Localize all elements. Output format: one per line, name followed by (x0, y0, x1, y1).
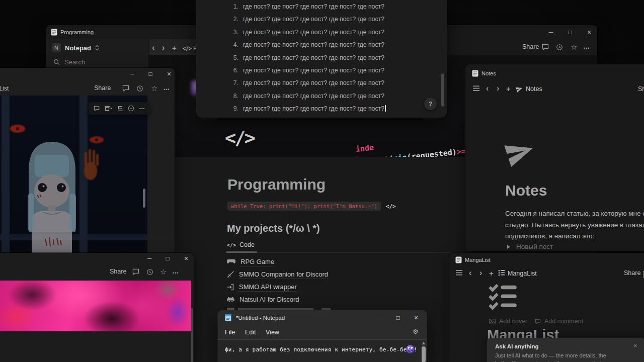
pink-glitch-image[interactable] (0, 281, 191, 331)
settings-gear-icon[interactable]: ⚙ (413, 328, 419, 335)
maximize-button[interactable]: □ (160, 251, 175, 265)
comments-icon[interactable] (122, 85, 129, 92)
toggle-arrow-icon[interactable] (507, 245, 510, 249)
new-tab-button[interactable]: + (506, 84, 511, 93)
history-clock-icon[interactable] (146, 268, 153, 276)
scrollbar-thumb[interactable] (422, 346, 426, 362)
new-tab-button[interactable]: + (489, 269, 494, 278)
close-icon[interactable]: × (633, 342, 637, 349)
close-button[interactable]: × (582, 25, 597, 39)
page-icon-paper-plane[interactable] (504, 137, 536, 167)
gamepad-icon (227, 259, 235, 265)
inline-code-text: while True: print("Hi!"); print("I’m Nat… (227, 202, 381, 211)
window-title: MangaList (465, 257, 491, 263)
comment-icon[interactable] (94, 106, 100, 111)
notion-doc-icon (51, 29, 57, 36)
project-link-rpg-game[interactable]: RPG Game (227, 256, 274, 267)
comments-icon[interactable] (542, 44, 549, 50)
cover-code-else: else: (333, 153, 360, 157)
minimize-button[interactable]: ─ (142, 251, 157, 265)
list-item[interactable]: 1.где пост? где пост? где пост? где пост… (196, 1, 447, 13)
scrollbar-thumb[interactable] (441, 73, 444, 107)
caption-icon[interactable] (104, 106, 112, 111)
share-button[interactable]: Share (522, 43, 539, 50)
code-tab-underline (226, 251, 257, 253)
close-button[interactable]: × (179, 251, 194, 265)
project-link-smmo-companion[interactable]: SMMO Companion for Discord (227, 269, 328, 280)
project-link-smmo-api[interactable]: SMMO API wrapper (227, 282, 297, 293)
maximize-button[interactable]: □ (390, 311, 406, 324)
notepad-scrollbar[interactable] (421, 340, 427, 362)
favorite-star-icon[interactable]: ☆ (151, 84, 157, 92)
list-item[interactable]: 5.где пост? где пост? где пост? где пост… (196, 52, 447, 64)
scroll-up-arrow-icon[interactable] (422, 342, 425, 344)
image-block-toolbar: ••• (89, 102, 150, 115)
back-button[interactable]: ‹ (486, 84, 489, 93)
list-item[interactable]: 9.где пост? где пост? где пост? где пост… (196, 103, 447, 115)
add-cover-label: Add cover (499, 318, 527, 325)
notion-window-numbered-list: 1.где пост? где пост? где пост? где пост… (196, 0, 447, 118)
tab-notes[interactable]: Notes (526, 85, 542, 93)
menu-edit[interactable]: Edit (245, 329, 256, 336)
more-options-button[interactable]: ••• (584, 46, 590, 51)
minimize-button[interactable]: ─ (373, 311, 388, 324)
toggle-item[interactable]: Новый пост (507, 243, 553, 250)
tab-mangalist[interactable]: MangaList (508, 270, 537, 277)
full-width-icon[interactable] (117, 106, 123, 111)
forward-button[interactable]: › (162, 43, 165, 52)
help-button[interactable]: ? (424, 98, 437, 110)
ai-popup-line2: better. You can also start from an examp… (495, 360, 604, 362)
page-icon-code[interactable]: </> (225, 127, 254, 149)
workspace-switcher[interactable]: N Notepad (52, 43, 99, 52)
scrollbar-thumb[interactable] (143, 189, 145, 208)
project-link-natsui-ai[interactable]: Natsui AI for Discord (227, 294, 299, 305)
favorite-star-icon[interactable]: ☆ (571, 43, 577, 51)
menu-file[interactable]: File (225, 329, 235, 336)
notepad-editor[interactable]: фи, а я работаю без подключения к интерн… (218, 339, 427, 362)
notion-doc-icon (472, 70, 478, 77)
list-item[interactable]: 8.где пост? где пост? где пост? где пост… (196, 90, 447, 103)
share-button-partial[interactable]: Sh (638, 85, 644, 93)
more-options-button[interactable]: ••• (173, 270, 179, 276)
page-icon-checklist[interactable] (489, 283, 518, 310)
list-item[interactable]: 7.где пост? где пост? где пост? где пост… (196, 77, 447, 89)
forward-button[interactable]: › (479, 268, 482, 278)
favorite-star-icon[interactable]: ☆ (160, 268, 167, 276)
note-paragraph[interactable]: Сегодня я написал статью, за которую мне… (505, 208, 644, 242)
comments-icon[interactable] (132, 268, 139, 275)
scrollbar-thumb[interactable] (191, 308, 193, 362)
hamburger-menu-icon[interactable] (472, 85, 480, 92)
sidebar-item-search[interactable]: Search (53, 58, 85, 66)
hamburger-menu-icon[interactable] (455, 269, 463, 276)
close-button[interactable]: × (162, 67, 177, 80)
code-tab[interactable]: </> Code (227, 241, 255, 248)
forward-button[interactable]: › (497, 84, 499, 93)
close-button[interactable]: × (409, 311, 424, 324)
breadcrumb[interactable]: MangaList (0, 85, 9, 92)
maximize-button[interactable]: □ (143, 67, 158, 80)
back-button[interactable]: ‹ (469, 268, 471, 278)
list-item[interactable]: 2.где пост? где пост? где пост? где пост… (196, 13, 447, 26)
image-more-button[interactable]: ••• (139, 106, 145, 111)
list-item[interactable]: 4.где пост? где пост? где пост? где пост… (196, 39, 447, 51)
add-cover-button[interactable]: Add cover (489, 318, 527, 325)
history-clock-icon[interactable] (136, 85, 143, 92)
history-clock-icon[interactable] (556, 44, 563, 51)
list-item[interactable]: 6.где пост? где пост? где пост? где пост… (196, 64, 447, 77)
download-icon[interactable] (128, 105, 134, 112)
page-title: Notes (505, 182, 547, 199)
back-button[interactable]: ‹ (152, 43, 154, 52)
more-options-button[interactable]: ••• (164, 87, 170, 92)
share-button[interactable]: Share (94, 84, 111, 92)
maximize-button[interactable]: □ (562, 25, 578, 39)
minimize-button[interactable]: ─ (125, 67, 140, 80)
sword-icon (227, 271, 234, 278)
list-item[interactable]: 3.где пост? где пост? где пост? где пост… (196, 26, 447, 39)
add-comment-button[interactable]: Add comment (535, 318, 583, 325)
share-button[interactable]: Share (110, 268, 126, 275)
share-button[interactable]: Share (624, 269, 640, 277)
minimize-button[interactable]: ─ (543, 25, 558, 39)
anime-girl-image[interactable] (0, 96, 147, 253)
new-tab-button[interactable]: + (172, 44, 177, 52)
menu-view[interactable]: View (266, 329, 279, 336)
